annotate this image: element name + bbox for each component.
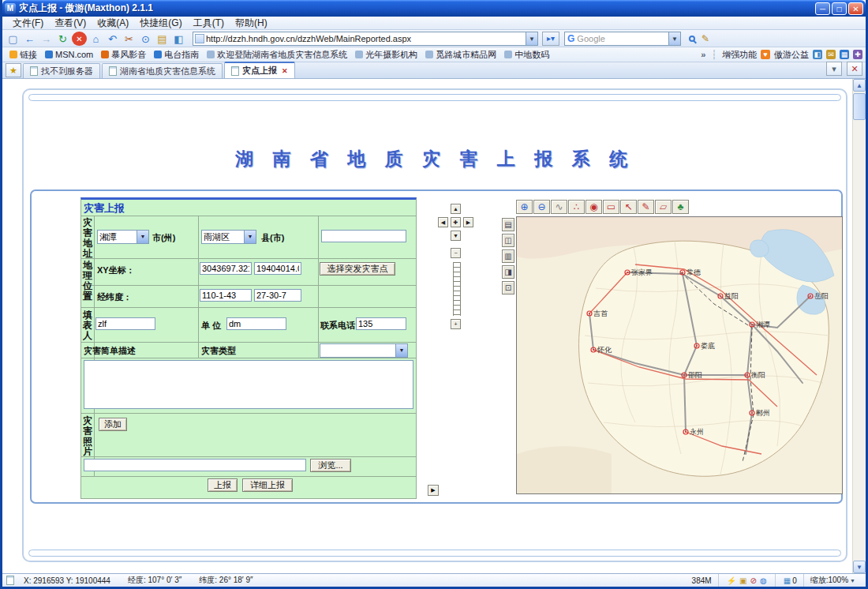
map-identify-tool[interactable]: ✎	[638, 200, 654, 214]
bookmark-item[interactable]: 光年摄影机构	[351, 49, 421, 61]
pan-up-button[interactable]: ▲	[451, 204, 461, 214]
back-button[interactable]: ←	[22, 32, 37, 46]
latitude-input[interactable]	[254, 289, 301, 302]
map-select-rect-tool[interactable]: ▭	[603, 200, 619, 214]
undo-button[interactable]: ↶	[105, 32, 120, 46]
highlight-pencil-icon[interactable]: ✎	[702, 33, 709, 44]
plugin-icon[interactable]: ✚	[853, 50, 862, 59]
form-fill-button[interactable]: ▤	[155, 32, 170, 46]
unit-input[interactable]	[226, 317, 286, 330]
map-pointer-tool[interactable]: ↖	[620, 200, 637, 214]
maximize-button[interactable]: □	[832, 2, 847, 15]
menu-item[interactable]: 快捷组(G)	[134, 17, 187, 30]
address-go-button[interactable]: ▸▾	[542, 32, 559, 46]
description-textarea[interactable]	[84, 360, 413, 409]
map-eraser-tool[interactable]: ▱	[655, 200, 672, 214]
address-input[interactable]	[206, 34, 526, 43]
tab-active[interactable]: 灾点上报✕	[224, 62, 295, 78]
scrollbar-thumb[interactable]	[853, 93, 866, 120]
proxy-globe-icon[interactable]: ◍	[760, 576, 767, 585]
zoom-in-button[interactable]: +	[451, 319, 461, 329]
scroll-up-icon[interactable]: ▲	[853, 79, 866, 92]
map-side-button-1[interactable]: ▤	[502, 218, 514, 231]
map-canvas[interactable]: 张家界常德益阳岳阳吉首湘潭娄底怀化邵阳衡阳郴州永州	[516, 216, 843, 494]
map-side-button-2[interactable]: ◫	[502, 234, 514, 247]
menu-item[interactable]: 收藏(A)	[92, 17, 134, 30]
minimize-button[interactable]: ─	[815, 2, 830, 15]
county-select[interactable]: 雨湖区 ▼	[201, 230, 256, 244]
photo-file-input[interactable]	[84, 459, 306, 471]
bookmark-item[interactable]: 中地数码	[500, 49, 553, 61]
menu-item[interactable]: 文件(F)	[7, 17, 49, 30]
address-bar[interactable]: ▼	[193, 32, 538, 46]
pan-right-button[interactable]: ▶	[463, 217, 473, 227]
new-tab-button[interactable]: ▢	[6, 32, 21, 46]
phone-input[interactable]	[356, 317, 406, 330]
bookmark-item[interactable]: 觅路城市精品网	[421, 49, 500, 61]
charity-link[interactable]: 傲游公益	[774, 49, 809, 61]
map-full-extent-tool[interactable]: ◉	[586, 200, 602, 214]
tab-close-icon[interactable]: ✕	[282, 67, 288, 75]
pick-disaster-point-button[interactable]: 选择突发灾害点	[320, 262, 395, 276]
history-button[interactable]: ⊙	[138, 32, 153, 46]
zoom-out-button[interactable]: −	[451, 248, 461, 258]
search-box[interactable]: G Google ▼	[564, 32, 681, 46]
bookmark-item[interactable]: 欢迎登陆湖南省地质灾害信息系统	[203, 49, 351, 61]
home-button[interactable]: ⌂	[88, 32, 103, 46]
browse-button[interactable]: 浏览...	[310, 459, 351, 472]
chevron-down-icon[interactable]: ▼	[395, 344, 407, 357]
map-zoom-out-tool[interactable]: ⊖	[533, 200, 550, 214]
tab-item[interactable]: 找不到服务器	[23, 63, 100, 78]
bookmarks-overflow-icon[interactable]: »	[701, 50, 705, 59]
boost-icon[interactable]: ⚡	[727, 576, 736, 585]
zoom-level[interactable]: 缩放:100%	[810, 575, 848, 586]
address-detail-input[interactable]	[321, 230, 406, 242]
bookmark-item[interactable]: 电台指南	[150, 49, 203, 61]
tab-item[interactable]: 湖南省地质灾害信息系统	[102, 63, 223, 78]
pan-down-button[interactable]: ▼	[451, 231, 461, 241]
menu-item[interactable]: 查看(V)	[49, 17, 92, 30]
map-layers-tool[interactable]: ♣	[672, 200, 689, 214]
search-engine-dropdown-icon[interactable]: ▼	[668, 32, 680, 45]
reporter-input[interactable]	[95, 317, 155, 330]
detail-report-button[interactable]: 详细上报	[242, 478, 293, 492]
menu-item[interactable]: 工具(T)	[188, 17, 230, 30]
scroll-down-icon[interactable]: ▼	[853, 561, 866, 573]
bookmark-item[interactable]: MSN.com	[41, 50, 97, 59]
add-photo-button[interactable]: 添加	[99, 418, 127, 431]
close-tab-button[interactable]: ✕	[847, 62, 862, 76]
feed-icon[interactable]: ▦	[840, 50, 849, 59]
x-coordinate-input[interactable]	[200, 262, 252, 275]
search-icon[interactable]	[689, 36, 695, 42]
folder-icon[interactable]: ▣	[739, 576, 746, 585]
city-select[interactable]: 湘潭 ▼	[97, 230, 149, 244]
disaster-type-select[interactable]: ▼	[320, 343, 408, 358]
collapse-panel-button[interactable]: ▶	[428, 485, 439, 496]
stop-button[interactable]: ✕	[72, 32, 87, 46]
longitude-input[interactable]	[200, 289, 252, 302]
zoom-dropdown-icon[interactable]: ▼	[850, 578, 855, 583]
screen-split-icon[interactable]: ◧	[813, 50, 822, 59]
address-dropdown-icon[interactable]: ▼	[526, 32, 537, 45]
map-zoom-in-tool[interactable]: ⊕	[516, 200, 533, 214]
map-measure-tool[interactable]: ∴	[568, 200, 585, 214]
forward-button[interactable]: →	[39, 32, 54, 46]
pan-left-button[interactable]: ◀	[438, 217, 448, 227]
chevron-down-icon[interactable]: ▼	[244, 231, 256, 243]
blocked-popup-icon[interactable]: ▦	[784, 576, 791, 585]
vertical-scrollbar[interactable]: ▲ ▼	[852, 79, 866, 573]
zoom-slider[interactable]	[453, 262, 461, 316]
pan-center-button[interactable]: ✚	[451, 217, 461, 227]
enhance-menu[interactable]: 增强功能	[722, 49, 757, 61]
mail-icon[interactable]: ✉	[826, 50, 836, 59]
map-pan-tool[interactable]: ∿	[551, 200, 567, 214]
y-coordinate-input[interactable]	[254, 262, 301, 275]
capture-button[interactable]: ◧	[171, 32, 186, 46]
tab-list-button[interactable]: ▾	[826, 62, 842, 76]
refresh-button[interactable]: ↻	[55, 32, 70, 46]
map-side-button-5[interactable]: ⊡	[502, 281, 514, 294]
filter-icon[interactable]: ⊘	[750, 576, 757, 585]
plugins-button[interactable]: ✂	[122, 32, 137, 46]
menu-item[interactable]: 帮助(H)	[230, 17, 273, 30]
bookmark-item[interactable]: 暴风影音	[97, 49, 150, 61]
